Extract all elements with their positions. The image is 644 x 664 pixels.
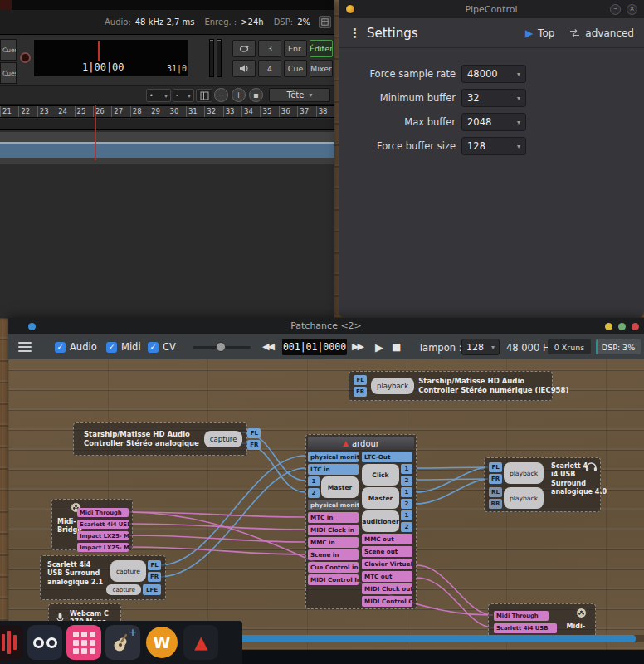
playhead-mode-dropdown[interactable]: Tête ▾	[269, 88, 330, 102]
port-scarlett-midi[interactable]: Scarlett 4i4 USB	[494, 623, 557, 633]
close-button[interactable]	[632, 323, 639, 330]
port-master-out-2[interactable]: 2	[401, 499, 412, 509]
port-auditioner-out-2[interactable]: 2	[401, 522, 412, 532]
ardour-icon[interactable]: ▲	[183, 625, 218, 660]
port-playback-rr[interactable]: RR	[489, 499, 502, 509]
port-playback-fl[interactable]: FL	[354, 375, 367, 385]
stop-button[interactable]: ■	[392, 341, 399, 353]
port-midi-output[interactable]: Impact LX25- MIDI	[77, 543, 129, 552]
node-midi-bridge[interactable]: Midi- Bridge Midi ThroughScarlett 4i4 US…	[51, 499, 133, 550]
portgroup-playback-front[interactable]: playback	[504, 462, 544, 484]
port-midi-output[interactable]: MMC out	[362, 534, 412, 544]
advanced-button[interactable]: advanced	[569, 27, 634, 39]
loop-button[interactable]	[232, 40, 256, 57]
node-scarlett-playback[interactable]: FL FR playback RL RR playback Scarlett 4…	[484, 457, 601, 512]
field-dropdown[interactable]: 48000 ▾	[461, 65, 526, 83]
top-button[interactable]: ▶ Top	[525, 27, 554, 39]
mixer-button[interactable]: Mixer	[310, 60, 333, 77]
port-click-out-2[interactable]: 2	[401, 476, 412, 486]
filter-midi-checkbox[interactable]: ✓ Midi	[106, 341, 141, 353]
zoom-out-button[interactable]: −	[214, 88, 228, 102]
portgroup-master-out[interactable]: Master 1 2	[362, 487, 412, 509]
cue-button[interactable]: Cue	[284, 60, 307, 77]
port-midi-output[interactable]: MIDI Clock out	[362, 583, 412, 594]
status-options-button[interactable]	[319, 16, 331, 28]
node-playback-iec958[interactable]: FL FR playback Starship/Matisse HD Audio…	[349, 371, 553, 401]
record-button[interactable]	[20, 52, 31, 63]
port-master-in-2[interactable]: 2	[308, 488, 320, 498]
port-click-out-1[interactable]: 1	[401, 464, 412, 474]
play-button[interactable]: ▶	[375, 341, 382, 354]
drum-machine-icon[interactable]	[66, 625, 101, 660]
port-midi-through[interactable]: Midi Through	[494, 611, 549, 621]
port-midi-output[interactable]: Scarlett 4i4 USB	[77, 520, 129, 529]
port-midi-input[interactable]: MMC in	[308, 537, 359, 548]
port-midi-output[interactable]: Impact LX25- MIDI	[77, 531, 129, 540]
menu-kebab-button[interactable]: ⋮	[349, 26, 360, 41]
cues-button-bottom[interactable]: Cues	[0, 62, 17, 84]
port-monitor-input[interactable]: physical monitor	[308, 500, 359, 510]
port-master-out-1[interactable]: 1	[401, 487, 412, 497]
port-capture-fl[interactable]: FL	[148, 560, 161, 570]
goggles-icon[interactable]	[27, 625, 62, 660]
portgroup-capture[interactable]: capture	[110, 560, 146, 582]
minimize-button[interactable]	[605, 323, 612, 330]
monitor-button[interactable]	[232, 60, 256, 77]
node-capture-analog[interactable]: Starship/Matisse HD Audio Controller Sté…	[73, 422, 247, 456]
portgroup-capture-lfe[interactable]: capture	[106, 584, 141, 595]
mixer-icon[interactable]	[0, 625, 23, 660]
guitar-plus-icon[interactable]: +	[105, 625, 140, 660]
portgroup-playback-rear[interactable]: playback	[504, 487, 544, 509]
port-capture-lfe[interactable]: LFE	[143, 584, 161, 595]
port-midi-input[interactable]: MIDI Control In	[308, 574, 359, 585]
zoom-slider-handle[interactable]	[216, 342, 226, 352]
port-midi-input[interactable]: MTC in	[308, 512, 359, 523]
rewind-button[interactable]: ◀◀	[262, 341, 273, 352]
port-master-in-1[interactable]: 1	[308, 476, 320, 486]
port-capture-fr[interactable]: FR	[247, 440, 261, 450]
buffer-size-dropdown[interactable]: 128 ▾	[461, 339, 500, 355]
port-playback-fr[interactable]: FR	[489, 474, 502, 484]
horizontal-scrollbar-thumb[interactable]	[234, 635, 636, 642]
grid-mode-combo[interactable]: •▾	[146, 89, 171, 102]
portgroup-playback[interactable]: playback	[371, 378, 414, 394]
filter-cv-checkbox[interactable]: ✓ CV	[148, 341, 176, 353]
maximize-button[interactable]	[618, 323, 626, 330]
field-dropdown[interactable]: 32 ▾	[461, 89, 526, 107]
port-playback-rl[interactable]: RL	[489, 487, 502, 497]
record-enable-button[interactable]: Enr.	[284, 40, 307, 57]
port-midi-output[interactable]: Midi Through	[77, 508, 129, 517]
port-midi-input[interactable]: Scene in	[308, 549, 359, 560]
port-playback-fl[interactable]: FL	[489, 462, 502, 472]
snapshot-button[interactable]	[196, 89, 212, 102]
port-midi-input[interactable]: MIDI Clock in	[308, 525, 359, 535]
portgroup-capture[interactable]: capture	[204, 431, 243, 447]
port-midi-output[interactable]: MTC out	[362, 571, 412, 582]
port-midi-output[interactable]: Clavier Virtuel	[362, 559, 412, 569]
marker-ruler[interactable]	[0, 119, 334, 130]
node-ardour[interactable]: ▲ ardour physical monitor LTC in 1 2 Mas…	[305, 434, 417, 609]
main-menu-button[interactable]	[18, 342, 32, 352]
port-audio-output[interactable]: LTC-Out	[362, 452, 412, 462]
port-playback-fr[interactable]: FR	[354, 387, 367, 397]
node-scarlett-capture[interactable]: Scarlett 4i4 USB Surround analogique 2.1…	[40, 555, 166, 600]
timeline-ruler[interactable]: 212223242526272829303132333435363738	[0, 105, 334, 118]
editor-button[interactable]: Éditer	[310, 40, 333, 57]
patchance-titlebar[interactable]: Patchance <2>	[8, 318, 644, 334]
cues-button-top[interactable]: Cues	[0, 39, 17, 61]
patchbay-canvas[interactable]: FL FR playback Starship/Matisse HD Audio…	[8, 359, 644, 650]
node-ardour-header[interactable]: ▲ ardour	[308, 437, 414, 450]
wine-icon[interactable]: W	[144, 625, 179, 660]
pipecontrol-titlebar[interactable]: PipeControl – ×	[339, 0, 644, 18]
transport-clock[interactable]: 1|00|00 31|0	[33, 39, 189, 77]
port-midi-output[interactable]: Scene out	[362, 546, 412, 557]
track-count-3-button[interactable]: 3	[258, 40, 281, 57]
field-dropdown[interactable]: 2048 ▾	[461, 113, 526, 131]
editor-track-area[interactable]	[0, 130, 334, 318]
zoom-fit-button[interactable]: ▪	[249, 88, 263, 102]
port-midi-output[interactable]: MIDI Control Out	[362, 596, 412, 607]
port-audio-input[interactable]: physical monitor	[308, 452, 359, 462]
xruns-counter[interactable]: 0 Xruns	[548, 339, 591, 354]
port-auditioner-out-1[interactable]: 1	[401, 510, 412, 520]
port-midi-input[interactable]: Cue Control in	[308, 562, 359, 573]
